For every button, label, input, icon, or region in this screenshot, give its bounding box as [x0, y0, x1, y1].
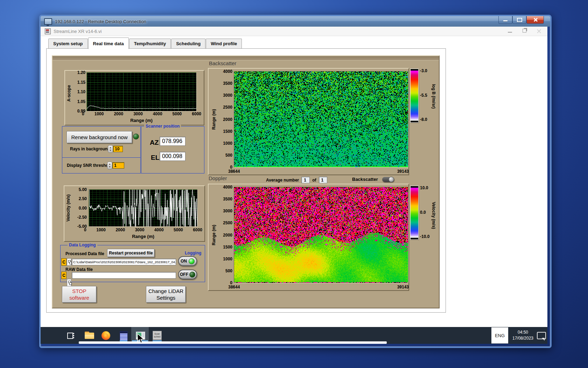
rdp-horizontal-scrollbar[interactable]	[79, 341, 387, 344]
el-value-field[interactable]: 000.098	[160, 152, 186, 161]
spin-up-icon[interactable]: ▲	[109, 163, 111, 165]
rdp-titlebar[interactable]: 192.168.0.122 - Remote Desktop Connectio…	[41, 16, 550, 27]
app-restore-icon[interactable]	[523, 29, 526, 33]
doppler-colorbar	[410, 186, 419, 240]
tick-label: 38644	[228, 285, 240, 289]
renew-background-button[interactable]: Renew background now	[66, 131, 132, 143]
az-value-field[interactable]: 078.996	[160, 137, 186, 146]
tick-label: 5000	[174, 228, 183, 232]
stop-software-button[interactable]: STOP software	[62, 286, 97, 303]
backscatter-toggle-label: Backscatter	[352, 177, 378, 182]
tick-label: 4000	[223, 185, 232, 189]
stop-software-line1: STOP	[72, 288, 86, 294]
ascope-x-ticks: 0100020003000400050006000	[82, 112, 201, 116]
desktop: { "rdp": { "title": "192.168.0.122 - Rem…	[0, 0, 588, 368]
tick-label: 2000	[114, 112, 123, 116]
processed-drive-selector[interactable]: C	[61, 258, 66, 266]
ascope-y-ticks: 1.201.151.101.050.99	[71, 70, 85, 113]
rdp-close-button[interactable]	[526, 16, 544, 24]
tick-label: 2000	[223, 117, 232, 122]
tick-label: -8.0	[420, 117, 427, 122]
doppler-x-ticks: 3864439143	[228, 285, 409, 289]
tab-strip: System setup Real time data Temp/humidit…	[48, 37, 242, 49]
rays-value-field[interactable]: 10	[113, 146, 123, 152]
app-titlebar[interactable]: StreamLine XR v14-6.vi	[41, 27, 547, 36]
task-view-icon[interactable]	[66, 332, 74, 339]
spin-down-icon[interactable]: ▼	[110, 149, 112, 152]
tick-label: 4000	[223, 69, 232, 74]
ascope-plot[interactable]	[87, 73, 196, 111]
raw-data-file-label: RAW Data file	[65, 267, 93, 272]
doppler-y-ticks: 40003500300025002000150010005000	[218, 185, 232, 285]
file-explorer-icon[interactable]	[85, 332, 94, 339]
snr-value-field[interactable]: 1	[112, 162, 124, 169]
tab-system-setup[interactable]: System setup	[48, 39, 88, 49]
restart-processed-file-button[interactable]: Restart processed file	[107, 249, 155, 257]
notification-center-icon[interactable]	[537, 332, 546, 339]
rays-spinner[interactable]: ▲ ▼	[108, 145, 113, 153]
tick-label: -5.5	[420, 93, 427, 97]
rdp-minimize-button[interactable]	[498, 16, 512, 24]
tick-label: 39143	[397, 169, 409, 173]
tab-temp-humidity[interactable]: Temp/humidity	[129, 39, 171, 49]
processed-path-browse-icon[interactable]	[67, 258, 71, 266]
scan-scheduler-icon[interactable]: Scan sched	[153, 331, 162, 340]
velocity-x-axis-label: Range (m)	[108, 234, 178, 239]
doppler-colorbar-label: Velocity (m/s)	[431, 189, 436, 242]
scanner-position-box: Scanner position AZ 078.996 EL 000.098	[141, 126, 204, 173]
change-lidar-settings-button[interactable]: Change LiDAR Settings	[146, 286, 186, 303]
backscatter-heatmap[interactable]	[234, 71, 408, 167]
clock-date: 17/08/2023	[510, 335, 536, 341]
scan-sched-line2: sched	[153, 335, 161, 338]
spin-down-icon[interactable]: ▼	[109, 165, 111, 168]
doppler-colorbar-group: 10.00.0-10.0 Velocity (m/s)	[410, 185, 440, 245]
raw-path-field[interactable]	[72, 272, 176, 279]
tick-label: 6000	[193, 228, 202, 232]
app-close-icon[interactable]	[537, 29, 541, 33]
processed-path-field[interactable]: C:\Lidar\Data\Proc\2023\202308\20230817\…	[72, 259, 176, 265]
app-minimize-icon[interactable]	[508, 32, 512, 33]
tab-wind-profile[interactable]: Wind profile	[206, 39, 242, 49]
tab-real-time-data[interactable]: Real time data	[88, 38, 129, 49]
raw-logging-toggle[interactable]: OFF	[178, 270, 197, 279]
tick-label: 6000	[192, 112, 201, 116]
tick-label: 1.10	[77, 90, 85, 94]
tick-label: 5.00	[79, 188, 87, 192]
tick-label: 39143	[397, 285, 409, 289]
tick-label: 4000	[153, 112, 162, 116]
ascope-plot-frame: A-scope 1.201.151.101.050.99 01000200030…	[64, 70, 204, 125]
spin-up-icon[interactable]: ▲	[110, 146, 112, 149]
vi-document-icon[interactable]	[120, 331, 128, 341]
doppler-heatmap[interactable]	[234, 187, 408, 283]
tick-label: 0.00	[79, 206, 87, 210]
tick-label: 1000	[223, 257, 232, 261]
tick-label: 2500	[223, 221, 232, 225]
ascope-x-axis-label: Range (m)	[106, 118, 176, 123]
data-logging-box: Data Logging Processed Data file Restart…	[60, 245, 205, 282]
backscatter-colorbar	[410, 69, 419, 123]
firefox-icon[interactable]	[102, 331, 110, 340]
taskbar-clock[interactable]: 04:50 17/08/2023	[510, 329, 536, 341]
average-number-label: Average number	[266, 178, 299, 183]
tick-label: 5000	[173, 112, 182, 116]
average-number-field[interactable]: 1	[301, 177, 310, 183]
raw-path-browse-icon[interactable]	[67, 279, 71, 286]
tab-scheduling[interactable]: Scheduling	[171, 39, 205, 49]
velocity-y-ticks: 5.002.500.00-2.50-5.00	[72, 188, 87, 229]
rdp-maximize-button[interactable]	[512, 16, 526, 24]
backscatter-toggle-switch[interactable]	[382, 177, 394, 182]
backscatter-toggle-group: Backscatter	[352, 177, 394, 182]
processed-logging-toggle[interactable]: ON	[178, 256, 197, 266]
average-total-field[interactable]: 1	[319, 177, 327, 183]
tick-label: 1500	[223, 129, 232, 134]
average-number-group: Average number 1 of 1	[266, 177, 327, 183]
tab-page: A-scope 1.201.151.101.050.99 01000200030…	[46, 48, 446, 313]
velocity-plot[interactable]	[89, 190, 197, 226]
processed-logging-led	[189, 258, 195, 264]
snr-spinner[interactable]: ▲ ▼	[107, 162, 112, 169]
average-of-label: of	[312, 178, 316, 183]
doppler-y-axis-label: Range (m)	[211, 219, 216, 251]
raw-drive-selector[interactable]: C	[61, 272, 66, 279]
language-indicator[interactable]: ENG	[491, 327, 508, 343]
tick-label: 1000	[223, 141, 232, 145]
